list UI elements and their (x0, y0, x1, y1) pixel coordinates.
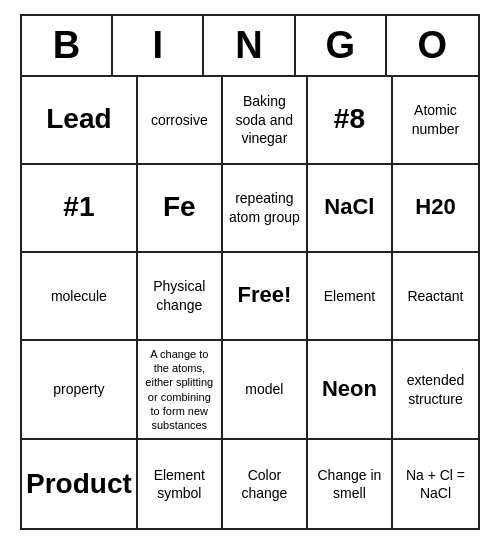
bingo-cell-17: model (223, 341, 308, 441)
bingo-cell-11: Physical change (138, 253, 223, 341)
bingo-cell-1: corrosive (138, 77, 223, 165)
bingo-cell-21: Element symbol (138, 440, 223, 528)
bingo-cell-2: Baking soda and vinegar (223, 77, 308, 165)
bingo-card: BINGO LeadcorrosiveBaking soda and vineg… (20, 14, 480, 531)
bingo-cell-8: NaCl (308, 165, 393, 253)
header-letter-g: G (296, 16, 387, 75)
bingo-cell-20: Product (22, 440, 138, 528)
bingo-cell-15: property (22, 341, 138, 441)
bingo-cell-14: Reactant (393, 253, 478, 341)
bingo-cell-24: Na + Cl = NaCl (393, 440, 478, 528)
bingo-cell-13: Element (308, 253, 393, 341)
bingo-cell-3: #8 (308, 77, 393, 165)
bingo-cell-19: extended structure (393, 341, 478, 441)
bingo-cell-12: Free! (223, 253, 308, 341)
bingo-cell-9: H20 (393, 165, 478, 253)
bingo-cell-18: Neon (308, 341, 393, 441)
bingo-cell-16: A change to the atoms, either splitting … (138, 341, 223, 441)
bingo-cell-22: Color change (223, 440, 308, 528)
header-letter-n: N (204, 16, 295, 75)
bingo-cell-5: #1 (22, 165, 138, 253)
bingo-grid: LeadcorrosiveBaking soda and vinegar#8At… (22, 77, 478, 529)
bingo-cell-0: Lead (22, 77, 138, 165)
header-letter-i: I (113, 16, 204, 75)
bingo-cell-23: Change in smell (308, 440, 393, 528)
bingo-header: BINGO (22, 16, 478, 77)
bingo-cell-6: Fe (138, 165, 223, 253)
header-letter-b: B (22, 16, 113, 75)
header-letter-o: O (387, 16, 478, 75)
bingo-cell-10: molecule (22, 253, 138, 341)
bingo-cell-7: repeating atom group (223, 165, 308, 253)
bingo-cell-4: Atomic number (393, 77, 478, 165)
